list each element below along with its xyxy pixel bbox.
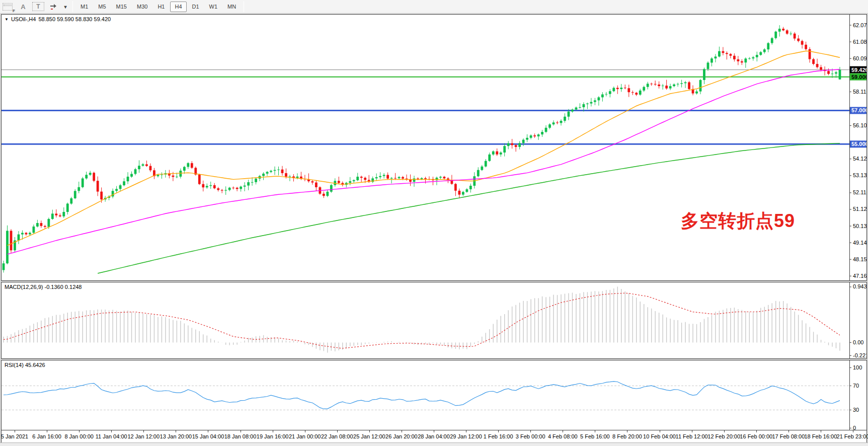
svg-text:49.140: 49.140: [853, 240, 866, 246]
time-axis-label: 6 Jan 16:00: [32, 433, 61, 439]
time-axis[interactable]: 5 Jan 20216 Jan 16:008 Jan 00:0011 Jan 0…: [1, 430, 867, 442]
svg-text:59.420: 59.420: [851, 67, 866, 73]
svg-text:48.150: 48.150: [853, 256, 866, 262]
time-axis-label: 8 Feb 20:00: [612, 433, 642, 439]
macd-label: MACD(12,26,9) -0.1360 0.1248: [5, 284, 82, 290]
time-axis-label: 13 Jan 20:00: [160, 433, 192, 439]
toolbar: F A T ▾ M1M5M15M30H1H4D1W1MN: [0, 0, 868, 14]
symbol-title: USOil-,H4: [11, 16, 36, 22]
time-tick: [788, 430, 789, 432]
timeframe-button-m30[interactable]: M30: [132, 2, 152, 12]
svg-text:0: 0: [853, 425, 856, 430]
time-tick: [595, 430, 595, 432]
time-axis-label: 22 Jan 08:00: [321, 433, 353, 439]
svg-text:47.160: 47.160: [853, 273, 866, 279]
time-axis-label: 11 Feb 12:00: [676, 433, 708, 439]
time-tick: [79, 430, 80, 432]
timeframe-button-w1[interactable]: W1: [205, 2, 222, 12]
ohlc-values: 58.850 59.590 58.830 59.420: [38, 16, 111, 22]
svg-text:55.000: 55.000: [851, 141, 866, 147]
time-tick: [337, 430, 338, 432]
time-axis-label: 21 Jan 00:00: [289, 433, 321, 439]
svg-text:59.000: 59.000: [851, 74, 866, 80]
time-tick: [434, 430, 434, 432]
svg-text:58.110: 58.110: [853, 89, 866, 95]
time-tick: [627, 430, 627, 432]
chart-template-icon[interactable]: F: [1, 2, 14, 12]
timeframe-button-m5[interactable]: M5: [94, 2, 110, 12]
time-tick: [369, 430, 370, 432]
svg-text:61.080: 61.080: [853, 39, 866, 45]
time-axis-label: 18 Jan 08:00: [224, 433, 257, 439]
text-label-tool-icon[interactable]: A: [17, 2, 29, 12]
toolbar-separator: [244, 1, 244, 12]
time-tick: [273, 430, 273, 432]
svg-text:53.130: 53.130: [853, 172, 866, 178]
svg-text:0.9434: 0.9434: [853, 283, 866, 289]
time-tick: [498, 430, 499, 432]
svg-text:51.120: 51.120: [853, 206, 866, 212]
main-chart-canvas[interactable]: 62.07061.08060.09058.11056.10054.12053.1…: [2, 15, 866, 280]
time-axis-label: 12 Jan 12:00: [127, 433, 160, 439]
time-axis-label: 11 Jan 04:00: [96, 433, 127, 439]
rsi-indicator-pane[interactable]: 10070300 RSI(14) 45.6426: [1, 360, 867, 430]
text-box-tool-icon[interactable]: T: [32, 2, 44, 11]
time-axis-label: 18 Feb 16:00: [805, 433, 837, 439]
time-axis-label: 21 Feb 23:00: [837, 433, 868, 439]
annotation-text: 多空转折点59: [681, 209, 795, 234]
time-tick: [756, 430, 757, 432]
time-axis-label: 1 Feb 16:00: [484, 433, 513, 439]
svg-text:62.070: 62.070: [853, 22, 866, 28]
dropdown-caret-icon[interactable]: ▾: [62, 2, 68, 12]
time-tick: [563, 430, 563, 432]
rsi-canvas[interactable]: 10070300: [2, 360, 866, 430]
time-tick: [660, 430, 660, 432]
timeframe-button-d1[interactable]: D1: [188, 2, 204, 12]
time-axis-label: 5 Jan 2021: [1, 433, 28, 439]
window-bottom-strip: [0, 442, 868, 446]
timeframe-button-h4[interactable]: H4: [170, 2, 186, 12]
time-tick: [821, 430, 821, 432]
time-tick: [143, 430, 144, 432]
arrows-tool-icon[interactable]: [47, 2, 59, 12]
time-axis-label: 4 Feb 08:00: [548, 433, 578, 439]
time-tick: [402, 430, 402, 432]
grid-glyph: [3, 3, 13, 11]
time-axis-label: 3 Feb 00:00: [516, 433, 545, 439]
grid-f-sub: F: [13, 9, 15, 13]
time-tick: [111, 430, 112, 432]
svg-text:54.120: 54.120: [853, 156, 866, 162]
time-tick: [853, 430, 853, 432]
time-tick: [241, 430, 241, 432]
time-axis-label: 12 Feb 20:00: [707, 433, 740, 439]
svg-text:52.110: 52.110: [853, 189, 866, 195]
timeframe-button-h1[interactable]: H1: [153, 2, 169, 12]
time-tick: [47, 430, 47, 432]
svg-text:57.000: 57.000: [851, 107, 866, 113]
trading-platform-window: F A T ▾ M1M5M15M30H1H4D1W1MN 62.07061.08…: [0, 0, 868, 446]
main-chart-pane[interactable]: 62.07061.08060.09058.11056.10054.12053.1…: [1, 14, 867, 281]
time-axis-label: 17 Feb 08:00: [772, 433, 805, 439]
macd-indicator-pane[interactable]: 0.94340.00-0.2213 MACD(12,26,9) -0.1360 …: [1, 282, 867, 359]
svg-text:60.090: 60.090: [853, 55, 866, 61]
toolbar-separator: [72, 1, 73, 12]
svg-text:30: 30: [853, 407, 859, 413]
svg-text:0.00: 0.00: [853, 339, 863, 345]
macd-canvas[interactable]: 0.94340.00-0.2213: [2, 282, 866, 358]
time-axis-label: 16 Feb 00:00: [740, 433, 772, 439]
collapse-icon[interactable]: ▼: [5, 17, 9, 22]
svg-text:50.130: 50.130: [853, 223, 866, 229]
time-axis-label: 28 Jan 04:00: [418, 433, 450, 439]
time-tick: [176, 430, 176, 432]
time-axis-label: 25 Jan 12:00: [353, 433, 385, 439]
time-tick: [466, 430, 466, 432]
timeframe-button-mn[interactable]: MN: [223, 2, 241, 12]
timeframe-button-m15[interactable]: M15: [112, 2, 131, 12]
time-axis-label: 8 Jan 00:00: [64, 433, 94, 439]
timeframe-button-m1[interactable]: M1: [76, 2, 93, 12]
time-tick: [15, 430, 15, 432]
time-tick: [724, 430, 725, 432]
chart-title: ▼ USOil-,H4 58.850 59.590 58.830 59.420: [5, 16, 111, 22]
time-axis-label: 19 Jan 16:00: [257, 433, 289, 439]
time-axis-label: 15 Jan 04:00: [192, 433, 224, 439]
